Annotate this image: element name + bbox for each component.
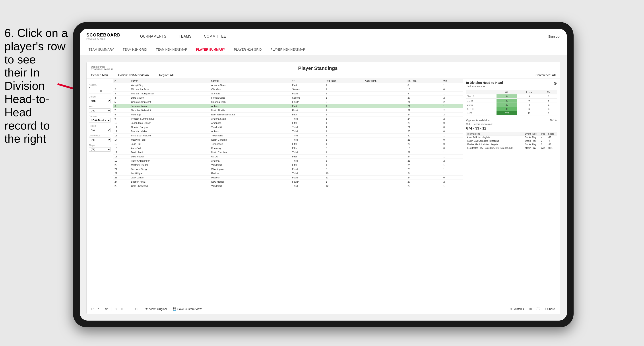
copy-button[interactable]: ⎘ xyxy=(114,306,118,311)
watch-icon: 👁 xyxy=(510,307,513,311)
save-icon: 💾 xyxy=(173,307,176,311)
table-row[interactable]: 8 Mats Ege East Tennessee State Fifth 1 … xyxy=(113,113,463,117)
table-row[interactable]: 23 Jack Lundin Missouri Fourth 11 24 0 xyxy=(113,175,463,180)
table-row[interactable]: 13 Phichaksn Maichon Texas A&M Third 6 3… xyxy=(113,134,463,138)
redo-button[interactable]: ↪ xyxy=(97,306,102,311)
h2h-table-header: Win Loss Tie xyxy=(466,90,557,94)
h2h-stats-table: Win Loss Tie Top 10 8 3 2 11-25 20 9 5 xyxy=(466,90,557,115)
tablet-frame: SCOREBOARD Powered by clippi TOURNAMENTS… xyxy=(73,22,574,327)
h2h-table-body: Top 10 8 3 2 11-25 20 9 5 26-50 22 4 1 5… xyxy=(466,94,557,115)
share-button[interactable]: ⤴ Share xyxy=(543,307,557,311)
gender-select[interactable]: Men xyxy=(89,99,111,103)
tournament-body: Amer Ari Intercollegiate Stroke Play 4 -… xyxy=(466,136,557,150)
more-button[interactable]: ··· xyxy=(127,306,132,311)
table-row[interactable]: 24 Bastien Amat New Mexico Fourth 1 27 2 xyxy=(113,180,463,184)
table-row[interactable]: 25 Cole Sherwood Vanderbilt Third 12 23 … xyxy=(113,184,463,188)
reset-button[interactable]: ⟳ xyxy=(104,306,109,311)
col-num: # xyxy=(113,79,130,83)
tab-team-h2h-heatmap[interactable]: TEAM H2H HEATMAP xyxy=(152,44,192,55)
dashboard-title: Player Standings xyxy=(114,65,522,71)
right-panel: In Division Head-to-Head Jackson Koivun … xyxy=(463,79,560,304)
table-row[interactable]: 7 Nicholas Gabrelick North Florida Fourt… xyxy=(113,108,463,113)
col-tournament: Tournament xyxy=(466,132,524,136)
table-row[interactable]: 16 Alex Goff Kentucky Fifth 8 19 0 xyxy=(113,146,463,150)
table-row[interactable]: 1 Wenyi Ding Arizona State First 1 8 1 xyxy=(113,83,463,87)
col-rds: No. Rds. xyxy=(406,79,442,83)
tab-player-summary[interactable]: PLAYER SUMMARY xyxy=(192,44,230,55)
sub-nav: TEAM SUMMARY TEAM H2H GRID TEAM H2H HEAT… xyxy=(80,44,567,55)
table-row[interactable]: 2 Michael La Sasso Ole Miss Second 1 18 … xyxy=(113,87,463,92)
opponents-label: Opponents in division: xyxy=(466,119,490,122)
tournament-header: Tournament Event Type Pos Score xyxy=(466,132,557,136)
gender-panel: Gender Men xyxy=(89,96,111,103)
layout-button[interactable]: ⊞ xyxy=(528,306,533,311)
logo-text: SCOREBOARD xyxy=(86,32,120,38)
region-filter: Region: All xyxy=(159,73,174,77)
conference-select[interactable]: (All) xyxy=(89,138,111,142)
table-row[interactable]: 20 Matthew Riedel Vanderbilt Fifth 1 24 … xyxy=(113,163,463,167)
region-select[interactable]: N/A xyxy=(89,128,111,132)
watch-button[interactable]: 👁 Watch ▾ xyxy=(508,307,526,311)
year-select[interactable]: (All) xyxy=(89,108,111,113)
table-row[interactable]: 18 Luke Powell UCLA First 4 24 1 xyxy=(113,155,463,159)
tab-player-h2h-grid[interactable]: PLAYER H2H GRID xyxy=(230,44,266,55)
table-row[interactable]: 9 Preston Summerhays Arizona State Third… xyxy=(113,117,463,121)
fullscreen-button[interactable]: ⛶ xyxy=(535,306,540,311)
col-tie-header: Tie xyxy=(541,90,557,94)
table-row[interactable]: 3 Michael Thorbjornsen Stanford Fourth 1… xyxy=(113,92,463,96)
tab-team-summary[interactable]: TEAM SUMMARY xyxy=(84,44,118,55)
logo-area: SCOREBOARD Powered by clippi xyxy=(86,32,120,40)
nav-committee[interactable]: COMMITTEE xyxy=(198,29,232,44)
division-select[interactable]: NCAA Division I xyxy=(89,118,111,123)
nav-teams[interactable]: TEAMS xyxy=(172,29,198,44)
col-win: Win xyxy=(442,79,463,83)
tournament-row: SEC Match Play Hosted by Jerry Pate Roun… xyxy=(466,146,557,150)
col-score: Score xyxy=(547,132,557,136)
tab-player-h2h-heatmap[interactable]: PLAYER H2H HEATMAP xyxy=(266,44,310,55)
table-row[interactable]: 6 Jackson Koivun Auburn First 1 21 1 xyxy=(113,104,463,108)
paste-button[interactable]: ⊞ xyxy=(120,306,125,311)
table-row[interactable]: 22 Ian Gilligan Florida Third 10 24 1 xyxy=(113,171,463,175)
year-panel: Year (All) xyxy=(89,105,111,113)
conference-filter: Conference: All xyxy=(536,73,556,77)
top-nav: SCOREBOARD Powered by clippi TOURNAMENTS… xyxy=(80,29,567,44)
sign-out-button[interactable]: Sign out xyxy=(548,34,560,38)
left-panel: No Rds. 6 Gender Men xyxy=(86,79,113,304)
no-rds-slider[interactable] xyxy=(89,91,111,91)
table-row[interactable]: 4 Luke Claton Florida State Second 1 27 … xyxy=(113,96,463,100)
table-row[interactable]: 12 Brendan Valles Auburn Third 1 25 0 xyxy=(113,129,463,134)
table-row[interactable]: 11 Gordon Sargent Vanderbilt Third 4 21 … xyxy=(113,125,463,129)
table-row[interactable]: 10 Jacob Mau Olesen Arkansas Fifth 1 25 … xyxy=(113,121,463,125)
restore-button[interactable]: ⊙ xyxy=(134,306,139,311)
table-row[interactable]: 19 Tiger Christensen Arizona Third 8 23 … xyxy=(113,159,463,163)
table-row[interactable]: 14 Maxwell Ford North Carolina Third 3 2… xyxy=(113,138,463,142)
update-time: Update time: 27/03/2024 16:56:26 xyxy=(91,65,114,71)
table-row[interactable]: 15 Jake Hall Tennessee Fifth 1 26 0 xyxy=(113,142,463,146)
nav-items: TOURNAMENTS TEAMS COMMITTEE xyxy=(132,29,548,44)
h2h-close-button[interactable]: ⊗ xyxy=(554,81,557,86)
h2h-row: 11-25 20 9 5 xyxy=(466,99,557,103)
region-panel: Region N/A xyxy=(89,125,111,133)
wl-label: W-L-T record in-division: xyxy=(466,123,492,125)
tablet-screen: SCOREBOARD Powered by clippi TOURNAMENTS… xyxy=(80,29,567,321)
gender-filter: Gender: Men xyxy=(91,73,108,77)
table-row[interactable]: 21 Taehoon Song Washington Fourth 6 23 1 xyxy=(113,167,463,171)
no-rds-section: No Rds. 6 xyxy=(89,81,111,94)
conference-panel: Conference (All) xyxy=(89,134,111,142)
share-icon: ⤴ xyxy=(544,307,546,311)
h2h-row: 26-50 22 4 1 xyxy=(466,103,557,107)
undo-button[interactable]: ↩ xyxy=(90,306,95,311)
save-custom-button[interactable]: 💾 Save Custom View xyxy=(171,307,204,311)
player-panel: Player (All) xyxy=(89,144,111,152)
player-select[interactable]: (All) xyxy=(89,147,111,152)
nav-tournaments[interactable]: TOURNAMENTS xyxy=(132,29,172,44)
h2h-title: In Division Head-to-Head xyxy=(466,81,557,84)
opponents-row: Opponents in division: 98.1% xyxy=(466,118,557,122)
table-row[interactable]: 5 Christo Lamprecht Georgia Tech Fourth … xyxy=(113,100,463,104)
tab-team-h2h-grid[interactable]: TEAM H2H GRID xyxy=(118,44,152,55)
h2h-row: Top 10 8 3 2 xyxy=(466,94,557,99)
table-row[interactable]: 17 David Ford North Carolina Third 1 21 … xyxy=(113,150,463,155)
view-original-button[interactable]: 👁 View: Original xyxy=(144,307,169,311)
table-header-row: # Player School Yr Reg Rank Conf Rank No… xyxy=(113,79,463,83)
filter-row: Gender: Men Division: NCAA Division I Re… xyxy=(86,72,560,79)
